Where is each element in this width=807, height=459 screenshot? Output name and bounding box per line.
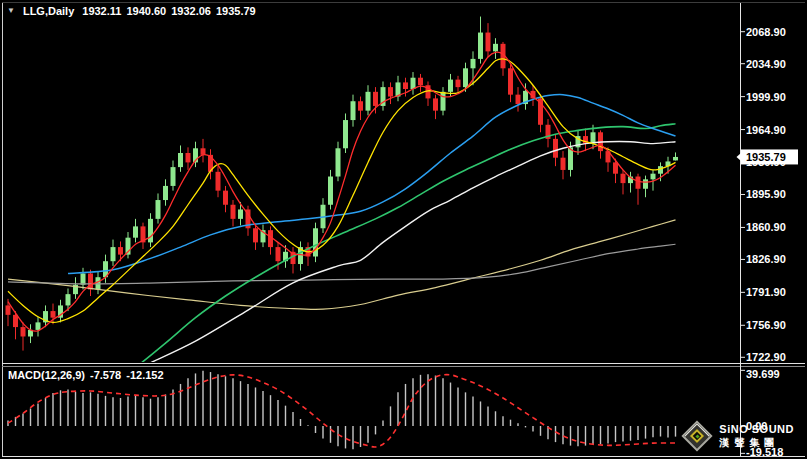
candle-body [343, 120, 348, 148]
macd-main-value: -7.578 [90, 369, 121, 381]
candle-body [186, 153, 191, 162]
candle-body [478, 33, 483, 59]
price-axis-label: 1860.90 [746, 221, 786, 233]
candle-body [366, 92, 371, 111]
candle-body [658, 166, 663, 174]
moving-average-lines [8, 52, 676, 390]
candle-body [508, 68, 513, 94]
candle-body [111, 247, 116, 261]
candle-body [636, 177, 641, 189]
candle-body [651, 174, 656, 180]
ma-white-line [151, 141, 676, 362]
candle-body [171, 167, 176, 186]
candle-body [621, 174, 626, 183]
price-axis-label: 1826.90 [746, 253, 786, 265]
candle-body [673, 157, 678, 160]
candle-body [216, 172, 221, 191]
price-axis-label: 1722.90 [746, 351, 786, 363]
price-axis-label: 1999.90 [746, 91, 786, 103]
candle-body [253, 228, 258, 242]
candle-body [388, 87, 393, 96]
candle-body [178, 153, 183, 167]
candle-body [448, 80, 453, 92]
candle-body [516, 95, 521, 104]
macd-indicator-label: MACD(12,26,9) -7.578 -12.152 [8, 369, 164, 381]
candle-body [238, 209, 243, 218]
symbol-dropdown-icon[interactable]: ▼ [7, 6, 15, 16]
price-axis-label: 1756.90 [746, 319, 786, 331]
macd-signal-value: -12.152 [126, 369, 163, 381]
candle-body [471, 59, 476, 68]
candle-body [561, 158, 566, 170]
candle-body [13, 315, 18, 327]
ma-gray-line [8, 244, 676, 284]
ohlc-close: 1935.79 [216, 5, 256, 17]
price-axis-label: 1791.90 [746, 286, 786, 298]
candle-body [493, 44, 498, 52]
candle-body [133, 226, 138, 237]
ohlc-low: 1932.06 [171, 5, 211, 17]
candle-body [148, 219, 153, 243]
candle-body [411, 78, 416, 89]
price-axis-label: 2034.90 [746, 58, 786, 70]
candle-body [313, 228, 318, 256]
macd-axis-label: 39.699 [746, 368, 780, 380]
macd-signal-line [8, 375, 676, 447]
ma-yellow-line [8, 59, 676, 323]
price-axis-label: 2068.90 [746, 26, 786, 38]
current-price-label: 1935.79 [746, 151, 786, 163]
candle-body [463, 68, 468, 87]
candle-body [328, 177, 333, 205]
candle-body [643, 179, 648, 188]
candle-body [21, 327, 26, 336]
price-axis: 2068.902034.901999.901964.901930.901895.… [741, 26, 786, 364]
candle-body [276, 247, 281, 261]
ohlc-open: 1932.11 [82, 5, 121, 17]
candle-body [351, 101, 356, 120]
candle-body [613, 162, 618, 173]
candle-body [231, 205, 236, 219]
candle-body [486, 33, 491, 52]
symbol-period-label: LLG,Daily [23, 5, 74, 17]
ohlc-high: 1940.60 [126, 5, 166, 17]
candle-body [6, 305, 11, 314]
price-axis-label: 1895.90 [746, 188, 786, 200]
candle-body [456, 80, 461, 88]
candle-body [373, 92, 378, 106]
candle-body [51, 311, 56, 318]
sino-sound-logo-icon [682, 421, 712, 451]
candle-body [36, 322, 41, 330]
candle-body [433, 98, 438, 110]
candle-body [163, 186, 168, 200]
candle-body [156, 200, 161, 219]
candle-body [441, 92, 446, 111]
watermark-logo: SiNO SOUND 漢聲集團 [682, 421, 794, 451]
candle-body [66, 294, 71, 305]
candlestick-series[interactable] [6, 17, 679, 351]
macd-name: MACD(12,26,9) [8, 369, 85, 381]
candle-body [553, 139, 558, 158]
candle-body [403, 82, 408, 89]
chart-canvas[interactable]: 2068.902034.901999.901964.901930.901895.… [0, 0, 807, 459]
candle-body [88, 273, 93, 289]
chart-header: ▼ LLG,Daily 1932.11 1940.60 1932.06 1935… [7, 5, 256, 17]
watermark-brand: SiNO SOUND [719, 424, 794, 436]
current-price-tag: 1935.79 [737, 149, 799, 164]
price-axis-label: 1964.90 [746, 124, 786, 136]
candle-body [118, 247, 123, 255]
candle-body [358, 101, 363, 110]
candle-body [81, 273, 86, 284]
ma-blue-line [68, 95, 676, 274]
trading-chart-window: 2068.902034.901999.901964.901930.901895.… [0, 0, 807, 459]
candle-body [336, 148, 341, 176]
candle-body [223, 191, 228, 205]
candle-body [201, 148, 206, 155]
candle-body [418, 78, 423, 86]
pane-frame [2, 3, 805, 457]
watermark-brand-cn: 漢聲集團 [719, 438, 794, 449]
